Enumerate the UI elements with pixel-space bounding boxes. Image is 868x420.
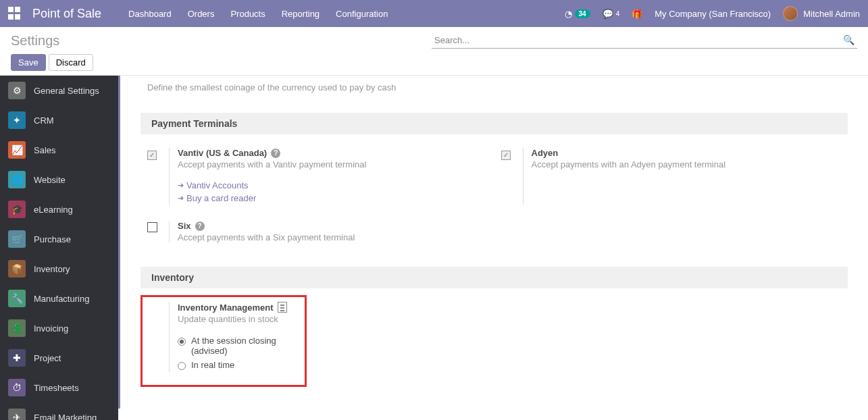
arrow-right-icon: ➔ — [178, 194, 184, 203]
sidebar-item-website[interactable]: 🌐Website — [0, 165, 118, 194]
six-desc: Accept payments with a Six payment termi… — [178, 232, 841, 242]
control-panel: Settings 🔍 Save Discard — [0, 27, 868, 76]
user-menu[interactable]: Mitchell Admin — [783, 6, 860, 21]
general-settings-icon: ⚙ — [8, 82, 26, 99]
app-title: Point of Sale — [32, 7, 101, 21]
inventory-icon: 📦 — [8, 260, 26, 278]
radio-session-closing[interactable] — [178, 338, 186, 346]
adyen-desc: Accept payments with an Adyen payment te… — [532, 159, 842, 169]
website-icon: 🌐 — [8, 171, 26, 188]
nav-reporting[interactable]: Reporting — [282, 9, 320, 19]
gift-icon[interactable]: 🎁 — [632, 9, 642, 19]
section-payment-terminals: Payment Terminals — [141, 113, 848, 134]
top-navbar: Point of Sale Dashboard Orders Products … — [0, 0, 868, 27]
help-icon[interactable]: ? — [271, 149, 280, 158]
sidebar-item-sales[interactable]: 📈Sales — [0, 135, 118, 165]
settings-sidebar: ⚙General Settings✦CRM📈Sales🌐Website🎓eLea… — [0, 76, 118, 420]
sidebar-item-email-marketing[interactable]: ✈Email Marketing — [0, 402, 118, 420]
inventory-mgmt-desc: Update quantities in stock — [178, 314, 488, 324]
radio-real-time[interactable] — [178, 362, 186, 370]
cash-rounding-desc: Define the smallest coinage of the curre… — [147, 76, 868, 113]
sidebar-item-label: Sales — [34, 145, 56, 155]
adyen-label: Adyen — [532, 148, 559, 158]
help-icon[interactable]: ? — [195, 221, 205, 231]
search-input[interactable] — [432, 32, 857, 49]
inventory-mgmt-label: Inventory Management — [178, 303, 274, 313]
messages-button[interactable]: 💬 4 — [603, 9, 620, 19]
settings-content: Define the smallest coinage of the curre… — [118, 76, 868, 409]
sidebar-item-project[interactable]: ✚Project — [0, 343, 118, 373]
timesheets-icon: ⏱ — [8, 379, 26, 396]
sidebar-item-crm[interactable]: ✦CRM — [0, 105, 118, 135]
sidebar-item-general-settings[interactable]: ⚙General Settings — [0, 76, 118, 105]
manufacturing-icon: 🔧 — [8, 290, 26, 307]
chat-icon: 💬 — [603, 9, 613, 19]
sidebar-item-purchase[interactable]: 🛒Purchase — [0, 224, 118, 254]
company-name[interactable]: My Company (San Francisco) — [655, 9, 771, 19]
crm-icon: ✦ — [8, 111, 26, 129]
purchase-icon: 🛒 — [8, 230, 26, 248]
sidebar-item-label: Website — [34, 175, 66, 185]
sidebar-item-manufacturing[interactable]: 🔧Manufacturing — [0, 284, 118, 313]
sidebar-item-inventory[interactable]: 📦Inventory — [0, 254, 118, 284]
vantiv-label: Vantiv (US & Canada) — [178, 148, 267, 158]
sidebar-item-label: General Settings — [34, 86, 99, 96]
vantiv-accounts-link[interactable]: ➔Vantiv Accounts — [178, 179, 488, 192]
apps-menu-icon[interactable] — [8, 7, 22, 20]
sidebar-item-label: Inventory — [34, 264, 70, 274]
page-title: Settings — [11, 33, 59, 49]
sidebar-item-label: Email Marketing — [34, 413, 97, 421]
section-inventory: Inventory — [141, 267, 848, 288]
activities-button[interactable]: ◔ 34 — [565, 9, 590, 19]
invoicing-icon: 💲 — [8, 319, 26, 337]
avatar — [783, 6, 798, 21]
setting-six: Six ? Accept payments with a Six payment… — [141, 215, 848, 253]
sidebar-item-label: eLearning — [34, 205, 73, 215]
vantiv-checkbox[interactable] — [147, 151, 157, 160]
elearning-icon: 🎓 — [8, 201, 26, 218]
discard-button[interactable]: Discard — [49, 54, 93, 71]
sidebar-item-elearning[interactable]: 🎓eLearning — [0, 194, 118, 224]
six-label: Six — [178, 221, 191, 231]
vantiv-desc: Accept payments with a Vantiv payment te… — [178, 159, 488, 169]
email-marketing-icon: ✈ — [8, 409, 26, 420]
save-button[interactable]: Save — [11, 54, 46, 71]
six-checkbox[interactable] — [147, 222, 157, 232]
sidebar-item-label: Invoicing — [34, 323, 68, 334]
sidebar-item-label: CRM — [34, 115, 54, 126]
radio-real-time-label: In real time — [191, 360, 234, 370]
messages-badge: 4 — [616, 10, 620, 18]
navbar-menu: Dashboard Orders Products Reporting Conf… — [128, 9, 388, 19]
nav-configuration[interactable]: Configuration — [336, 9, 388, 19]
nav-dashboard[interactable]: Dashboard — [128, 9, 172, 19]
sidebar-item-label: Purchase — [34, 234, 71, 244]
sidebar-item-label: Manufacturing — [34, 294, 89, 304]
sidebar-item-label: Project — [34, 353, 61, 363]
nav-orders[interactable]: Orders — [188, 9, 215, 19]
setting-vantiv: Vantiv (US & Canada) ? Accept payments w… — [141, 142, 494, 215]
sales-icon: 📈 — [8, 141, 26, 159]
sidebar-item-timesheets[interactable]: ⏱Timesheets — [0, 373, 118, 402]
adyen-checkbox[interactable] — [501, 151, 511, 160]
user-name: Mitchell Admin — [803, 9, 860, 19]
buy-card-reader-link[interactable]: ➔Buy a card reader — [178, 192, 488, 205]
setting-inventory-management: Inventory Management Update quantities i… — [141, 296, 494, 383]
sidebar-item-invoicing[interactable]: 💲Invoicing — [0, 313, 118, 343]
sidebar-item-label: Timesheets — [34, 383, 79, 393]
nav-products[interactable]: Products — [230, 9, 265, 19]
setting-adyen: Adyen Accept payments with an Adyen paym… — [494, 142, 848, 215]
clock-icon: ◔ — [565, 9, 572, 19]
radio-session-closing-label: At the session closing (advised) — [191, 336, 299, 356]
search-icon[interactable]: 🔍 — [843, 34, 854, 45]
project-icon: ✚ — [8, 349, 26, 367]
enterprise-icon — [278, 302, 287, 313]
activity-badge: 34 — [575, 9, 590, 18]
arrow-right-icon: ➔ — [178, 181, 184, 190]
